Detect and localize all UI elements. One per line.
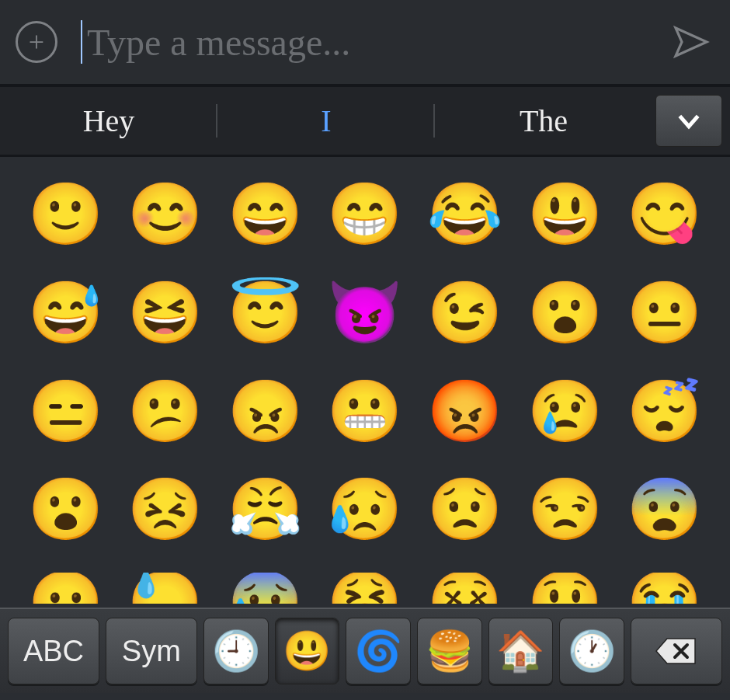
emoji-key[interactable]: 😮 (30, 474, 101, 545)
emoji-key[interactable]: 😬 (329, 376, 401, 448)
food-icon: 🍔 (426, 629, 474, 674)
emoji-key[interactable]: 😄 (229, 179, 301, 250)
emoji-key[interactable]: 😇 (229, 277, 301, 349)
emoji-key[interactable]: 😢 (529, 376, 600, 448)
recent-icon: 🕘 (212, 629, 260, 674)
emoji-key[interactable]: 🙂 (30, 179, 101, 250)
emoji-key[interactable]: 😓 (130, 573, 201, 604)
emoji-key[interactable]: 😉 (429, 277, 501, 349)
suggestion-0[interactable]: Hey (0, 87, 217, 155)
emoji-key[interactable]: 😨 (629, 474, 700, 545)
category-smileys[interactable]: 😃 (275, 618, 340, 684)
category-symbols[interactable]: 🕐 (559, 618, 624, 684)
sym-key[interactable]: Sym (106, 618, 197, 684)
emoji-key[interactable]: 😭 (629, 573, 700, 604)
emoji-key[interactable]: 😥 (329, 474, 401, 545)
message-input-bar: + (0, 0, 730, 87)
attach-button[interactable]: + (16, 21, 57, 63)
emoji-key[interactable]: 😅 (30, 277, 101, 349)
clock-icon: 🕐 (568, 629, 616, 674)
emoji-key[interactable]: 😮 (529, 277, 600, 349)
suggestion-label: The (520, 103, 568, 139)
backspace-icon (655, 636, 698, 667)
emoji-key[interactable]: 😊 (130, 179, 201, 250)
emoji-key[interactable]: 😶 (30, 573, 101, 604)
key-label: ABC (23, 635, 84, 668)
house-icon: 🏠 (496, 629, 544, 674)
emoji-key[interactable]: 😑 (30, 376, 101, 448)
send-button[interactable] (668, 19, 714, 65)
emoji-key[interactable]: 😃 (529, 179, 600, 250)
emoji-key[interactable]: 😠 (229, 376, 301, 448)
key-label: Sym (122, 635, 181, 668)
emoji-key[interactable]: 😆 (130, 277, 201, 349)
suggestion-2[interactable]: The (435, 87, 652, 155)
message-input[interactable] (81, 20, 668, 64)
emoji-key[interactable]: 😲 (529, 573, 600, 604)
keyboard-bottom-bar: ABC Sym 🕘 😃 🌀 🍔 🏠 🕐 (0, 608, 730, 693)
emoji-key[interactable]: 😤 (229, 474, 301, 545)
suggestion-bar: Hey I The (0, 87, 730, 157)
category-nature[interactable]: 🌀 (346, 618, 411, 684)
emoji-key[interactable]: 😂 (429, 179, 501, 250)
suggestion-1[interactable]: I (217, 87, 435, 155)
emoji-grid: 🙂 😊 😄 😁 😂 😃 😋 😅 😆 😇 😈 😉 😮 😐 😑 😕 😠 😬 😡 😢 … (0, 157, 730, 608)
suggestion-label: I (321, 103, 331, 139)
suggestion-label: Hey (83, 103, 135, 139)
emoji-key[interactable]: 😒 (529, 474, 600, 545)
backspace-key[interactable] (631, 618, 722, 684)
emoji-key[interactable]: 😣 (130, 474, 201, 545)
category-food[interactable]: 🍔 (417, 618, 482, 684)
category-recent[interactable]: 🕘 (203, 618, 269, 684)
emoji-key[interactable]: 😁 (329, 179, 401, 250)
emoji-key[interactable]: 😵 (429, 573, 501, 604)
plus-icon: + (29, 26, 44, 58)
emoji-key[interactable]: 😕 (130, 376, 201, 448)
emoji-key[interactable]: 😫 (329, 573, 401, 604)
send-icon (673, 23, 710, 61)
emoji-key[interactable]: 😟 (429, 474, 501, 545)
emoji-key[interactable]: 😡 (429, 376, 501, 448)
smiley-icon: 😃 (283, 629, 331, 674)
emoji-key[interactable]: 😰 (229, 573, 301, 604)
nature-icon: 🌀 (354, 629, 402, 674)
emoji-key[interactable]: 😴 (629, 376, 700, 448)
category-places[interactable]: 🏠 (488, 618, 554, 684)
abc-key[interactable]: ABC (8, 618, 99, 684)
emoji-key[interactable]: 😈 (329, 277, 401, 349)
suggestion-collapse-button[interactable] (655, 95, 722, 147)
chevron-down-icon (673, 106, 704, 137)
emoji-key[interactable]: 😋 (629, 179, 700, 250)
emoji-key[interactable]: 😐 (629, 277, 700, 349)
